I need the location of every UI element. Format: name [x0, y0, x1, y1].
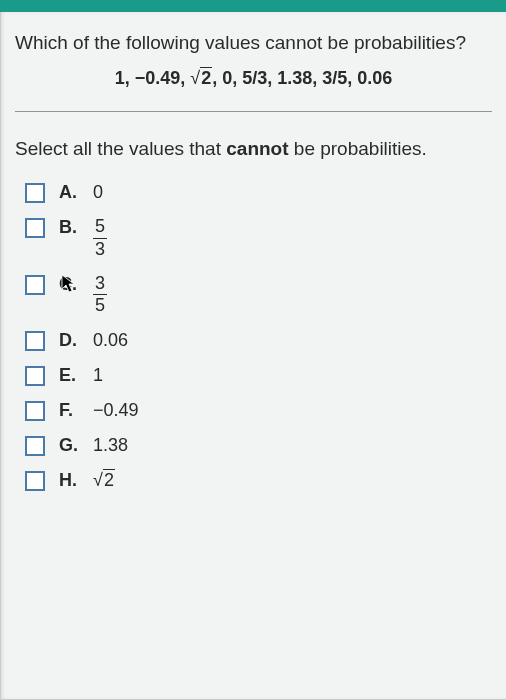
option-h: H. √2: [25, 470, 492, 491]
option-letter-f: F.: [59, 400, 79, 421]
option-b: B. 5 3: [25, 217, 492, 260]
option-value-h: √2: [93, 470, 115, 491]
sqrt-arg: 2: [200, 67, 212, 88]
option-value-d: 0.06: [93, 330, 128, 351]
option-value-c: 3 5: [93, 274, 107, 317]
option-f: F. −0.49: [25, 400, 492, 421]
option-letter-c: C.: [59, 274, 79, 295]
options-list: A. 0 B. 5 3 C. 3 5: [15, 182, 492, 491]
option-d: D. 0.06: [25, 330, 492, 351]
option-value-e: 1: [93, 365, 103, 386]
checkbox-a[interactable]: [25, 183, 45, 203]
instruction-pre: Select all the values that: [15, 138, 226, 159]
option-letter-d: D.: [59, 330, 79, 351]
option-letter-g: G.: [59, 435, 79, 456]
fraction-b: 5 3: [93, 217, 107, 260]
option-c: C. 3 5: [25, 274, 492, 317]
option-value-g: 1.38: [93, 435, 128, 456]
fraction-c-den: 5: [93, 296, 107, 316]
option-value-a: 0: [93, 182, 103, 203]
fraction-b-num: 5: [93, 217, 107, 237]
option-value-b: 5 3: [93, 217, 107, 260]
app-topbar: [0, 0, 506, 12]
fraction-c: 3 5: [93, 274, 107, 317]
question-text: Which of the following values cannot be …: [15, 32, 492, 54]
option-letter-e: E.: [59, 365, 79, 386]
option-letter-h: H.: [59, 470, 79, 491]
question-panel: Which of the following values cannot be …: [0, 12, 506, 700]
option-g: G. 1.38: [25, 435, 492, 456]
instruction-bold: cannot: [226, 138, 288, 159]
option-e: E. 1: [25, 365, 492, 386]
separator: [15, 111, 492, 112]
sqrt-h: √2: [93, 470, 115, 491]
checkbox-c[interactable]: [25, 275, 45, 295]
checkbox-g[interactable]: [25, 436, 45, 456]
option-letter-b: B.: [59, 217, 79, 238]
checkbox-h[interactable]: [25, 471, 45, 491]
instruction-post: be probabilities.: [289, 138, 427, 159]
values-part2: , 0, 5/3, 1.38, 3/5, 0.06: [212, 68, 392, 88]
fraction-b-den: 3: [93, 240, 107, 260]
option-letter-a: A.: [59, 182, 79, 203]
checkbox-b[interactable]: [25, 218, 45, 238]
option-a: A. 0: [25, 182, 492, 203]
instruction-text: Select all the values that cannot be pro…: [15, 138, 492, 160]
option-value-f: −0.49: [93, 400, 139, 421]
checkbox-e[interactable]: [25, 366, 45, 386]
values-list: 1, −0.49, √2, 0, 5/3, 1.38, 3/5, 0.06: [15, 68, 492, 89]
checkbox-f[interactable]: [25, 401, 45, 421]
fraction-c-num: 3: [93, 274, 107, 294]
sqrt-h-arg: 2: [103, 469, 115, 490]
values-part1: 1, −0.49,: [115, 68, 191, 88]
sqrt-symbol: √2: [190, 68, 212, 89]
checkbox-d[interactable]: [25, 331, 45, 351]
